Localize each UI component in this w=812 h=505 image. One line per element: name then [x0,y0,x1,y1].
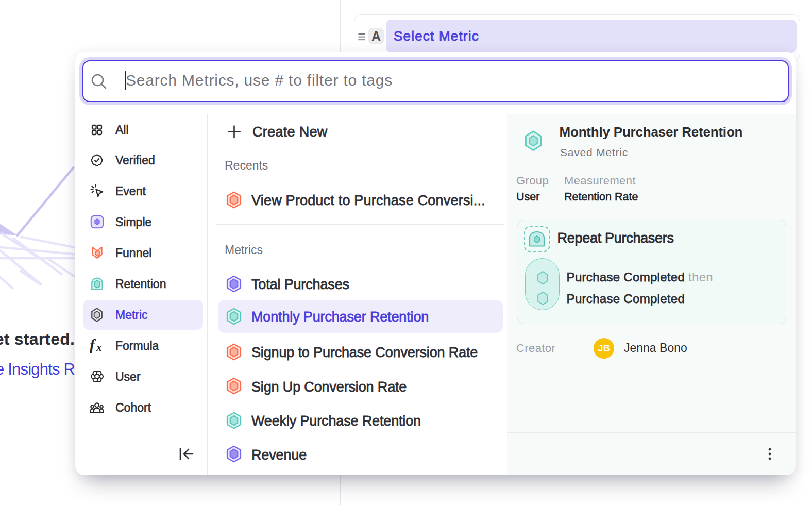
svg-text:x: x [96,341,102,353]
svg-text:f: f [90,339,96,353]
svg-text:Create New: Create New [252,124,328,140]
